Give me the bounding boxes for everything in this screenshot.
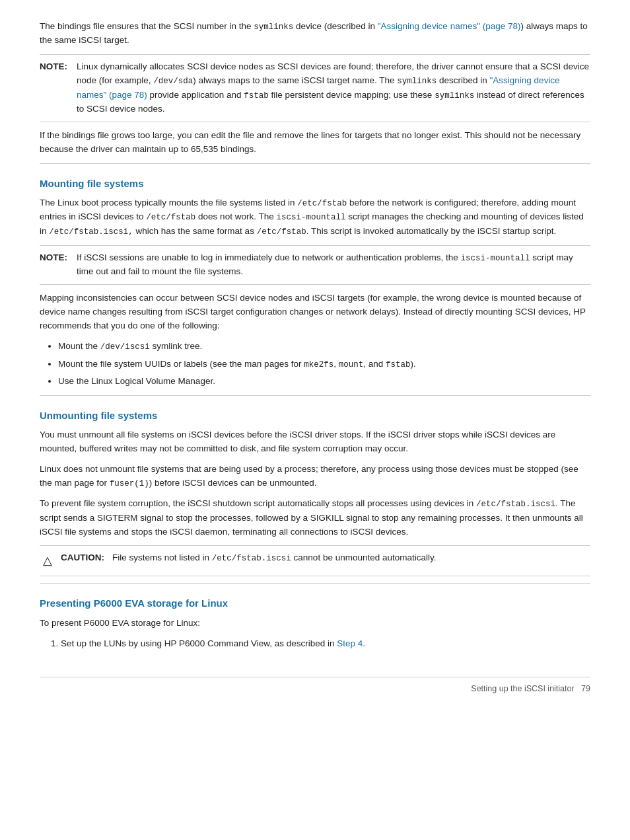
fuser-code: fuser(1) [110, 479, 149, 488]
intro-p2: If the bindings file grows too large, yo… [40, 129, 590, 157]
presenting-intro: To present P6000 EVA storage for Linux: [40, 617, 590, 630]
caution-block: △ CAUTION: File systems not listed in /e… [40, 545, 590, 576]
intro-p1: The bindings file ensures that the SCSI … [40, 20, 590, 48]
etc-fstab-code1: /etc/fstab [297, 199, 347, 208]
divider-1 [40, 163, 590, 164]
fstab-iscsi-code1: /etc/fstab.iscsi, [49, 227, 133, 237]
footer-text: Setting up the iSCSI initiator [471, 683, 574, 695]
mounting-bullets: Mount the /dev/iscsi symlink tree. Mount… [58, 340, 590, 389]
note-text-2: If iSCSI sessions are unable to log in i… [77, 251, 590, 279]
bullet-2: Mount the file system UUIDs or labels (s… [58, 358, 590, 371]
page-content: The bindings file ensures that the SCSI … [40, 20, 590, 696]
unmounting-heading: Unmounting file systems [40, 408, 590, 423]
symlinks-code2: symlinks [397, 77, 437, 86]
bullet-3: Use the Linux Logical Volume Manager. [58, 375, 590, 389]
step-1: Set up the LUNs by using HP P6000 Comman… [61, 637, 590, 651]
dev-iscsi-code: /dev/iscsi [100, 342, 150, 352]
iscsi-mountall-code1: iscsi-mountall [276, 213, 345, 222]
mount-code: mount [339, 360, 364, 369]
caution-text: File systems not listed in /etc/fstab.is… [112, 551, 436, 565]
page-number: 79 [581, 683, 590, 695]
symlinks-code3: symlinks [435, 91, 474, 100]
note-label-1: NOTE: [40, 60, 71, 74]
fstab-iscsi-code3: /etc/fstab.iscsi [212, 554, 291, 563]
iscsi-mountall-code2: iscsi-mountall [461, 254, 530, 263]
fstab-code1: fstab [244, 91, 269, 100]
mounting-heading: Mounting file systems [40, 176, 590, 191]
note-text-1: Linux dynamically allocates SCSI device … [77, 60, 590, 116]
unmounting-p1: You must unmount all file systems on iSC… [40, 428, 590, 456]
fstab-code2: fstab [386, 360, 411, 369]
unmounting-p2: Linux does not unmount file systems that… [40, 463, 590, 490]
step4-link[interactable]: Step 4 [337, 638, 363, 648]
dev-sda-code: /dev/sda [153, 77, 193, 86]
mke2fs-code: mke2fs [304, 360, 333, 369]
unmounting-p3: To prevent file system corruption, the i… [40, 497, 590, 539]
bullet-1: Mount the /dev/iscsi symlink tree. [58, 340, 590, 354]
note-block-1: NOTE: Linux dynamically allocates SCSI d… [40, 54, 590, 122]
note-label-2: NOTE: [40, 251, 71, 265]
fstab-iscsi-code2: /etc/fstab.iscsi [476, 500, 555, 509]
assigning-link-1[interactable]: "Assigning device names" (page 78) [378, 21, 521, 31]
presenting-heading: Presenting P6000 EVA storage for Linux [40, 595, 590, 611]
page-footer: Setting up the iSCSI initiator 79 [40, 677, 590, 695]
presenting-steps: Set up the LUNs by using HP P6000 Comman… [61, 637, 590, 651]
divider-3 [40, 583, 590, 584]
caution-triangle-icon: △ [40, 552, 55, 570]
caution-label: CAUTION: [61, 551, 107, 565]
divider-2 [40, 395, 590, 396]
note-block-2: NOTE: If iSCSI sessions are unable to lo… [40, 245, 590, 285]
symlinks-code1: symlinks [254, 22, 293, 32]
etc-fstab-code3: /etc/fstab [257, 227, 306, 237]
mounting-p2: Mapping inconsistencies can occur betwee… [40, 291, 590, 333]
mounting-p1: The Linux boot process typically mounts … [40, 196, 590, 239]
etc-fstab-code2: /etc/fstab [146, 213, 195, 222]
